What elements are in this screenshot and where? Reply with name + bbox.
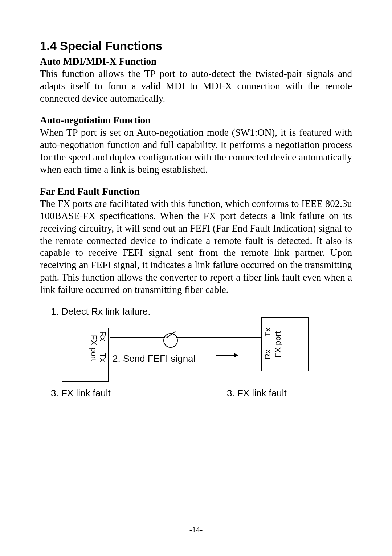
subsection-body-auto-mdi: This function allows the TP port to auto… [40,68,352,105]
rx-label-left: Rx [98,331,107,341]
footer-divider [40,524,352,524]
subsection-body-auto-negotiation: When TP port is set on Auto-negotiation … [40,127,352,176]
fxport-label-left: FX port [89,335,98,361]
page-number: -14- [189,525,203,534]
tx-label-right: Tx [263,328,273,336]
rx-label-right: Rx [263,349,273,359]
diagram-step-2: 2. Send FEFI signal [113,353,195,364]
subsection-title-auto-negotiation: Auto-negotiation Function [40,115,352,126]
rx-line [110,337,262,338]
diagram-step-1: 1. Detect Rx link failure. [51,306,151,317]
arrow-icon [216,355,238,356]
tx-label-left: Tx [98,353,107,362]
fxport-label-right: FX port [273,331,283,357]
fefi-diagram: 1. Detect Rx link failure. Rx Tx FX port… [51,306,312,400]
page-footer: -14- [40,524,352,534]
diagram-step-3-left: 3. FX link fault [51,388,111,399]
section-heading: 1.4 Special Functions [40,39,352,53]
break-circle-icon [163,333,178,348]
fx-port-box-right [261,317,309,371]
subsection-title-far-end-fault: Far End Fault Function [40,186,352,197]
subsection-body-far-end-fault: The FX ports are facilitated with this f… [40,198,352,296]
diagram-step-3-right: 3. FX link fault [227,388,287,399]
subsection-title-auto-mdi: Auto MDI/MDI-X Function [40,56,352,67]
